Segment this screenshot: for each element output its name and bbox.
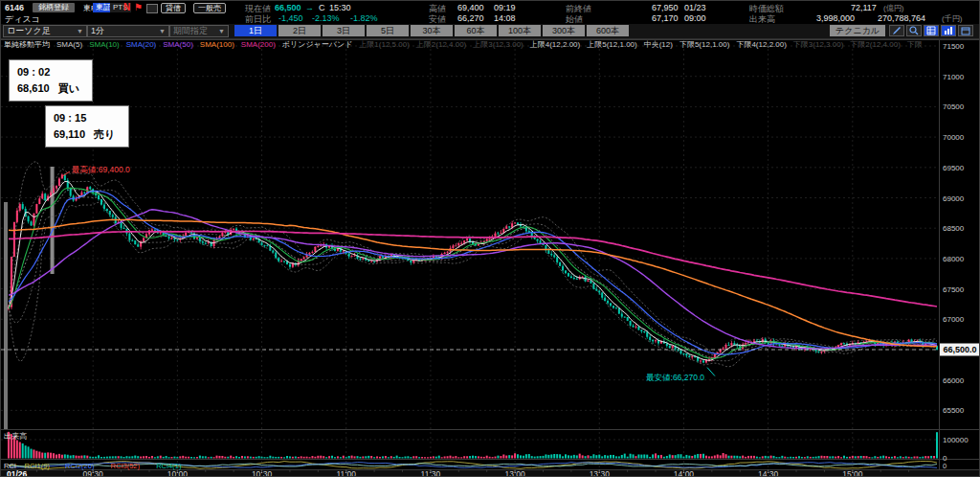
period-button[interactable]: 60本 [455, 25, 497, 36]
legend-item: 中央(12) [644, 40, 673, 49]
open-time: 09:00 [684, 13, 706, 23]
legend-item: 下限5(12,1.00) [679, 40, 729, 49]
price-tick-label: 66000 [943, 376, 965, 385]
mcap-unit: (億円) [883, 3, 903, 13]
current-price-value: 66,500 [275, 3, 301, 12]
chevron-down-icon: ▼ [218, 26, 225, 36]
rci-legend-item: RCI [4, 462, 16, 470]
alert-icon[interactable]: ⚑ [134, 2, 143, 12]
trade-price: 68,610 [17, 82, 50, 94]
prev-close-date: 01/23 [684, 3, 706, 12]
price-tick-label: 68500 [943, 224, 965, 233]
low-annotation: 最安値:66,270.0 [646, 373, 704, 382]
legend-item: SMA(10) [89, 40, 120, 49]
price-tick-label: 71500 [943, 42, 965, 51]
general-sell-button[interactable]: 一般売 [193, 3, 226, 13]
legend-item: 下限2(12,4.00) [850, 40, 900, 49]
period-button[interactable]: 2日 [278, 25, 321, 36]
board-icon[interactable] [146, 4, 158, 13]
price-tick-label: 67500 [943, 285, 965, 294]
trade-time: 09 : 02 [17, 64, 84, 80]
period-range-select[interactable]: 期間指定▼ [169, 25, 229, 37]
trading-chart-window: 6146 銘柄登録 東P 東証 PTS N ⚑ 貸借 一般売 現在値 66,50… [0, 0, 980, 477]
sma-5-line [9, 182, 937, 361]
chart-type-select[interactable]: ローソク足▼ [3, 25, 87, 37]
legend-item: SMA(50) [163, 40, 193, 49]
price-tick-label: 69000 [943, 194, 965, 203]
open-value: 67,170 [652, 13, 679, 23]
period-button[interactable]: 5日 [367, 25, 409, 36]
sma-50-line [9, 210, 937, 349]
trade-side: 買い [58, 82, 79, 94]
draw-button[interactable] [889, 25, 904, 36]
price-tick-label: 69500 [943, 164, 965, 172]
trade-price: 69,110 [54, 128, 85, 140]
period-buttons: 1日2日3日5日30本60本100本300本600本 [234, 25, 631, 36]
toolbar: ローソク足▼ 1分▼ 期間指定▼ 1日2日3日5日30本60本100本300本6… [1, 24, 980, 39]
period-button[interactable]: 100本 [499, 25, 541, 36]
legend-item: SMA(200) [241, 40, 276, 49]
sma-10-line [9, 188, 937, 358]
volume-axis-label: 100000 [943, 436, 969, 444]
price-tick-label: 71000 [943, 73, 965, 81]
legend-item: 下限4(12,2.00) [736, 40, 786, 49]
indicator-legend: 単純移動平均SMA(5)SMA(10)SMA(20)SMA(50)SMA(100… [4, 40, 937, 49]
period-button[interactable]: 3日 [323, 25, 365, 36]
change-pct2: -1.82% [350, 13, 378, 23]
grid-icon [926, 26, 936, 35]
session-marker-bar [4, 202, 8, 429]
prev-close-value: 67,950 [652, 3, 679, 12]
magnifier-icon [909, 26, 919, 35]
trade-annotation-sell: 09 : 15 69,110売り [45, 105, 129, 148]
price-tick-label: 68000 [943, 255, 965, 263]
rci-line [9, 463, 937, 468]
interval-select[interactable]: 1分▼ [87, 25, 169, 37]
price-tick-label: 70000 [943, 133, 965, 142]
high-annotation: 最高値:69,400.0 [72, 165, 130, 174]
chart-svg[interactable]: 01/2609:3010:0010:3011:0011:3013:0013:30… [1, 39, 980, 477]
period-button[interactable]: 600本 [587, 25, 629, 36]
header: 6146 銘柄登録 東P 東証 PTS N ⚑ 貸借 一般売 現在値 66,50… [1, 1, 980, 25]
volume-pane-label: 出来高 [4, 432, 27, 441]
news-icon[interactable]: N [123, 2, 130, 12]
bar-chart-icon [944, 26, 953, 35]
trade-annotation-buy: 09 : 02 68,610買い [9, 59, 93, 102]
rci-legend-item: RCI1(9) [25, 462, 51, 470]
rci-axis-label: 0 [943, 462, 947, 470]
current-price-tag-label: 66,500.0 [943, 345, 976, 354]
calendar-button[interactable] [958, 25, 973, 36]
legend-item: 上限1(12,5.00) [359, 40, 409, 49]
price-tick-label: 67000 [943, 315, 965, 324]
turnover-value2: 270,788,764 [878, 13, 925, 23]
period-button[interactable]: 1日 [234, 25, 277, 36]
session-marker-bar [51, 167, 55, 274]
zoom-button[interactable] [906, 25, 922, 36]
stock-code: 6146 [5, 3, 24, 12]
chart-style-button[interactable] [941, 25, 956, 36]
mcap-value: 72,117 [851, 3, 877, 12]
rci-legend-item: RCI2(26) [65, 462, 95, 470]
change-value: -1,450 [278, 13, 303, 23]
high-value: 69,400 [457, 3, 484, 12]
low-value: 66,270 [457, 13, 484, 23]
grid-button[interactable] [924, 25, 939, 36]
legend-item: 単純移動平均 [4, 40, 50, 49]
price-tick-label: 65500 [943, 406, 965, 415]
rci-legend-item: RCI4(1) [156, 462, 182, 470]
legend-item: 上限5(12,1.00) [587, 40, 636, 49]
change-pct: -2.13% [312, 13, 340, 23]
current-price-arrow: → [305, 3, 314, 12]
margin-button[interactable]: 貸借 [161, 3, 186, 13]
register-button[interactable]: 銘柄登録 [33, 3, 75, 12]
turnover-value: 3,998,000 [816, 13, 855, 23]
price-tick-label: 70500 [943, 102, 965, 111]
technical-button[interactable]: テクニカル [830, 25, 885, 36]
legend-item: SMA(5) [56, 40, 82, 49]
period-button[interactable]: 300本 [543, 25, 585, 36]
legend-item: 上限2(12,4.00) [416, 40, 466, 49]
sma-20-line [9, 191, 937, 354]
legend-item: SMA(20) [126, 40, 157, 49]
period-button[interactable]: 30本 [411, 25, 453, 36]
current-price-flag: C [319, 3, 325, 12]
rci-legend-item: RCI3(52) [111, 462, 141, 470]
